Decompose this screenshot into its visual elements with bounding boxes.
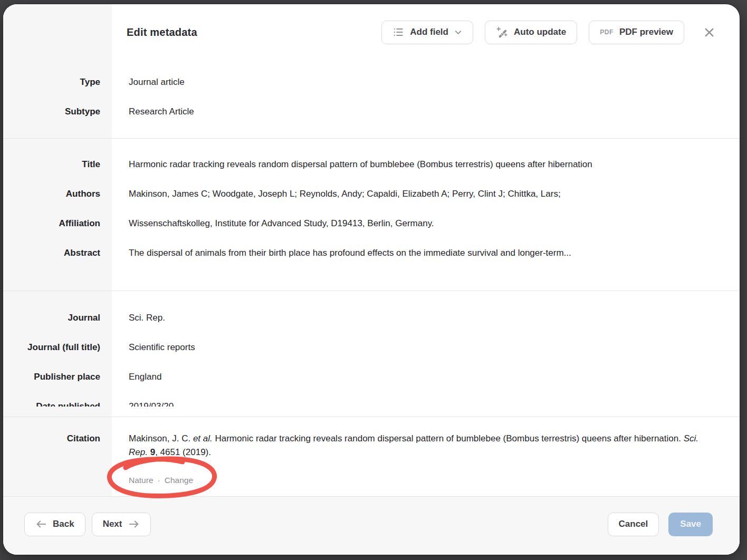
field-label: Abstract — [3, 246, 112, 260]
citation-style-name: Nature — [129, 475, 154, 486]
screen-backdrop: Edit metadata Add field — [0, 0, 747, 560]
field-value[interactable]: England — [112, 370, 740, 384]
citation-style-row: Nature · Change — [3, 475, 740, 486]
field-value[interactable]: Scientific reports — [112, 341, 740, 354]
field-value[interactable]: Makinson, James C; Woodgate, Joseph L; R… — [112, 187, 740, 201]
back-label: Back — [53, 519, 74, 529]
save-label: Save — [680, 519, 701, 529]
field-row-publisher-place: Publisher place England — [3, 370, 740, 384]
field-label: Affiliation — [3, 217, 112, 230]
pdf-preview-button[interactable]: PDF PDF preview — [589, 21, 684, 44]
section-citation: Citation Makinson, J. C. et al. Harmonic… — [3, 417, 740, 496]
section-article: Title Harmonic radar tracking reveals ra… — [3, 138, 740, 291]
field-value[interactable]: The dispersal of animals from their birt… — [112, 246, 740, 260]
field-value[interactable]: Harmonic radar tracking reveals random d… — [112, 158, 740, 171]
field-label: Citation — [3, 432, 112, 446]
add-field-button[interactable]: Add field — [381, 21, 473, 44]
save-button[interactable]: Save — [668, 513, 713, 536]
next-label: Next — [103, 519, 122, 529]
cancel-label: Cancel — [619, 519, 648, 529]
field-label: Authors — [3, 187, 112, 201]
field-value[interactable]: Research Article — [112, 105, 740, 119]
field-row-authors: Authors Makinson, James C; Woodgate, Jos… — [3, 187, 740, 201]
field-label: Title — [3, 158, 112, 171]
close-icon — [703, 26, 715, 38]
field-label: Publisher place — [3, 370, 112, 384]
dialog-header: Edit metadata Add field — [127, 20, 717, 44]
field-row-journal-full-title: Journal (full title) Scientific reports — [3, 341, 740, 354]
scroll-viewport[interactable]: Journal Sci. Rep. Journal (full title) S… — [3, 291, 740, 407]
field-row-journal: Journal Sci. Rep. — [3, 311, 740, 325]
separator-dot: · — [158, 475, 160, 486]
next-button[interactable]: Next — [92, 513, 151, 536]
field-row-date-published: Date published 2019/03/20 — [3, 400, 740, 407]
auto-update-button[interactable]: Auto update — [485, 21, 577, 44]
close-button[interactable] — [701, 24, 717, 41]
citation-preview: Makinson, J. C. et al. Harmonic radar tr… — [112, 432, 740, 459]
field-row-type: Type Journal article — [3, 75, 740, 89]
field-row-affiliation: Affiliation Wissenschaftskolleg, Institu… — [3, 217, 740, 230]
field-label: Journal (full title) — [3, 341, 112, 354]
citation-style-change-link[interactable]: Change — [165, 475, 193, 486]
list-icon — [392, 26, 404, 38]
dialog-footer: Back Next Cancel Save — [3, 496, 740, 555]
field-row-title: Title Harmonic radar tracking reveals ra… — [3, 158, 740, 171]
field-row-citation: Citation Makinson, J. C. et al. Harmonic… — [3, 432, 740, 459]
add-field-label: Add field — [410, 27, 448, 37]
arrow-right-icon — [128, 519, 140, 529]
chevron-down-icon — [454, 28, 462, 36]
section-type: Edit metadata Add field — [3, 4, 740, 138]
edit-metadata-dialog: Edit metadata Add field — [3, 4, 740, 555]
field-row-subtype: Subtype Research Article — [3, 105, 740, 119]
magic-wand-icon — [496, 26, 508, 38]
field-value[interactable]: Wissenschaftskolleg, Institute for Advan… — [112, 217, 740, 230]
auto-update-label: Auto update — [514, 27, 566, 37]
pdf-preview-label: PDF preview — [619, 27, 673, 37]
pdf-icon: PDF — [600, 28, 614, 36]
cancel-button[interactable]: Cancel — [608, 513, 659, 536]
field-value[interactable]: 2019/03/20 — [112, 400, 740, 407]
field-value[interactable]: Sci. Rep. — [112, 311, 740, 325]
field-label: Type — [3, 75, 112, 89]
page-title: Edit metadata — [127, 26, 197, 38]
field-label: Journal — [3, 311, 112, 325]
back-button[interactable]: Back — [24, 513, 85, 536]
section-journal: Journal Sci. Rep. Journal (full title) S… — [3, 291, 740, 417]
arrow-left-icon — [35, 519, 47, 529]
field-label: Subtype — [3, 105, 112, 119]
field-label: Date published — [3, 400, 112, 407]
field-value[interactable]: Journal article — [112, 75, 740, 89]
field-row-abstract: Abstract The dispersal of animals from t… — [3, 246, 740, 260]
dialog-content: Edit metadata Add field — [3, 4, 740, 496]
